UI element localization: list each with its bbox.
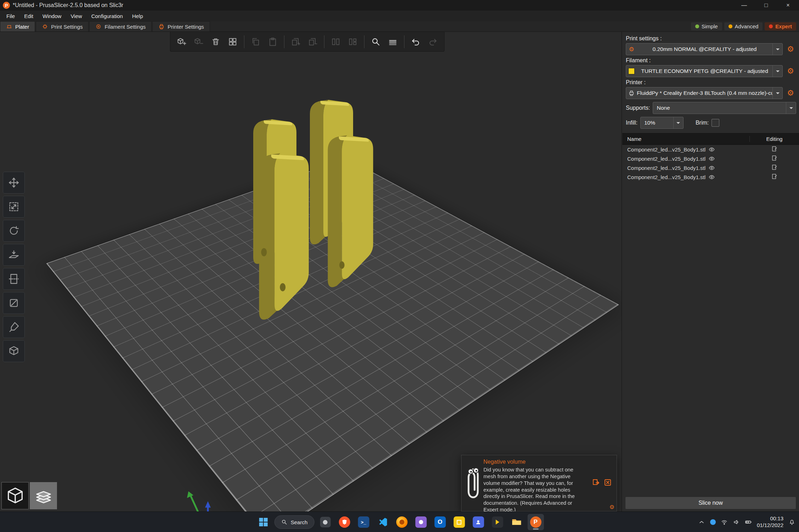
model-shell[interactable] — [328, 135, 373, 287]
variable-layer-height-button[interactable] — [385, 34, 401, 50]
redo-button[interactable] — [425, 34, 441, 50]
taskbar-app-purple[interactable] — [413, 514, 429, 530]
start-button[interactable] — [255, 514, 272, 530]
object-row[interactable]: Component2_led...v25_Body1.stl — [622, 154, 799, 163]
taskbar-app-arrow[interactable] — [489, 514, 505, 530]
editor-view-button[interactable] — [1, 482, 29, 509]
outlook-icon: O — [434, 516, 446, 528]
filament-combo[interactable]: TURTLE ECONOMY PETG @CREALITY - adjusted — [626, 65, 783, 77]
taskbar-app-firefox[interactable] — [393, 514, 410, 530]
seam-tool-button[interactable] — [3, 340, 25, 362]
tray-chevron-up-icon[interactable] — [698, 519, 705, 526]
wifi-icon[interactable] — [721, 519, 728, 526]
notification-settings-icon[interactable]: ⚙ — [610, 504, 614, 510]
y-axis-arrow — [187, 491, 193, 498]
slice-now-button[interactable]: Slice now — [625, 497, 796, 509]
visibility-eye-icon[interactable] — [708, 174, 715, 181]
undo-button[interactable] — [408, 34, 424, 50]
taskbar-app-vscode[interactable] — [374, 514, 391, 530]
arrange-icon — [228, 37, 238, 47]
move-tool-button[interactable] — [3, 172, 25, 194]
maximize-button[interactable]: □ — [755, 0, 777, 11]
taskbar-clock[interactable]: 00:13 01/12/2022 — [757, 515, 783, 529]
delete-all-button[interactable] — [208, 34, 223, 50]
taskbar-search[interactable]: Search — [274, 515, 314, 529]
object-row[interactable]: Component2_led...v25_Body1.stl — [622, 163, 799, 172]
remove-instance-button[interactable] — [305, 34, 321, 50]
filament-color-swatch — [628, 68, 635, 74]
edit-object-icon[interactable] — [771, 164, 778, 172]
mode-advanced[interactable]: Advanced — [724, 22, 763, 30]
edit-filament-button[interactable]: ⚙ — [785, 65, 796, 77]
search-button[interactable] — [368, 34, 384, 50]
battery-icon[interactable] — [745, 519, 752, 526]
edit-object-icon[interactable] — [771, 173, 778, 181]
undo-icon — [411, 37, 421, 47]
paint-supports-tool-button[interactable] — [3, 316, 25, 338]
taskbar-app-outlook[interactable]: O — [432, 514, 448, 530]
3d-viewport[interactable]: Negative volume Did you know that you ca… — [0, 32, 622, 511]
add-instance-button[interactable] — [288, 34, 304, 50]
edit-printer-button[interactable]: ⚙ — [785, 87, 796, 99]
remove-object-button[interactable] — [191, 34, 206, 50]
3d-editor-icon — [5, 486, 26, 506]
paste-button[interactable] — [265, 34, 280, 50]
split-objects-button[interactable] — [328, 34, 344, 50]
tab-print-settings[interactable]: Print Settings — [36, 21, 89, 32]
taskbar-app-brave[interactable] — [336, 514, 352, 530]
taskbar-app-teams[interactable] — [470, 514, 486, 530]
tab-plater[interactable]: Plater — [0, 21, 35, 32]
menu-configuration[interactable]: Configuration — [87, 12, 127, 21]
model-objects[interactable] — [244, 97, 390, 326]
object-row[interactable]: Component2_led...v25_Body1.stl — [622, 145, 799, 154]
minimize-button[interactable]: — — [733, 0, 755, 11]
rotate-tool-button[interactable] — [3, 220, 25, 242]
scale-tool-button[interactable] — [3, 196, 25, 218]
copy-button[interactable] — [248, 34, 264, 50]
yellow-app-icon — [453, 516, 465, 528]
arrange-button[interactable] — [225, 34, 240, 50]
model-shell[interactable] — [259, 153, 309, 320]
edit-print-settings-button[interactable]: ⚙ — [785, 44, 796, 55]
menu-window[interactable]: Window — [38, 12, 66, 21]
preview-view-button[interactable] — [30, 482, 57, 509]
tray-blue-dot-icon[interactable] — [710, 519, 716, 525]
mode-expert[interactable]: Expert — [765, 22, 796, 30]
cut-tool-button[interactable] — [3, 268, 25, 290]
place-on-face-tool-button[interactable] — [3, 244, 25, 266]
edit-object-icon[interactable] — [771, 155, 778, 163]
taskbar-app-prusaslicer[interactable]: P — [527, 514, 544, 530]
support-blocker-tool-button[interactable] — [3, 292, 25, 314]
visibility-eye-icon[interactable] — [708, 155, 715, 162]
close-button[interactable]: × — [777, 0, 799, 11]
taskbar-app-explorer[interactable] — [508, 514, 525, 530]
visibility-eye-icon[interactable] — [708, 165, 715, 171]
add-object-button[interactable] — [174, 34, 189, 50]
brim-checkbox[interactable] — [712, 119, 719, 127]
taskbar-app-yellow[interactable] — [451, 514, 467, 530]
tab-printer-settings[interactable]: Printer Settings — [152, 21, 210, 32]
object-row[interactable]: Component2_led...v25_Body1.stl — [622, 172, 799, 182]
open-documentation-button[interactable] — [590, 477, 601, 488]
taskbar-app-powershell[interactable]: >_ — [355, 514, 372, 530]
tab-filament-settings[interactable]: Filament Settings — [89, 21, 152, 32]
menu-edit[interactable]: Edit — [20, 12, 38, 21]
menu-help[interactable]: Help — [128, 12, 147, 21]
filament-spool-icon — [95, 23, 102, 30]
chevron-down-icon — [772, 87, 782, 99]
infill-combo[interactable]: 10% — [640, 117, 684, 129]
print-settings-combo[interactable]: ⚙ 0.20mm NORMAL @CREALITY - adjusted — [626, 43, 783, 55]
printer-combo[interactable]: FluiddPy * Creality Ender-3 BLTouch (0.4… — [626, 87, 783, 99]
volume-icon[interactable] — [733, 519, 740, 526]
visibility-eye-icon[interactable] — [708, 146, 715, 153]
mode-simple[interactable]: Simple — [691, 22, 722, 30]
menu-file[interactable]: File — [2, 12, 19, 21]
edit-object-icon[interactable] — [771, 145, 778, 154]
notifications-bell-icon[interactable] — [788, 519, 795, 526]
menu-view[interactable]: View — [66, 12, 86, 21]
split-parts-button[interactable] — [345, 34, 361, 50]
notification-close-button[interactable] — [602, 477, 613, 488]
supports-combo[interactable]: None — [653, 102, 796, 114]
taskbar-app-snip[interactable] — [317, 514, 333, 530]
paste-icon — [268, 37, 278, 47]
